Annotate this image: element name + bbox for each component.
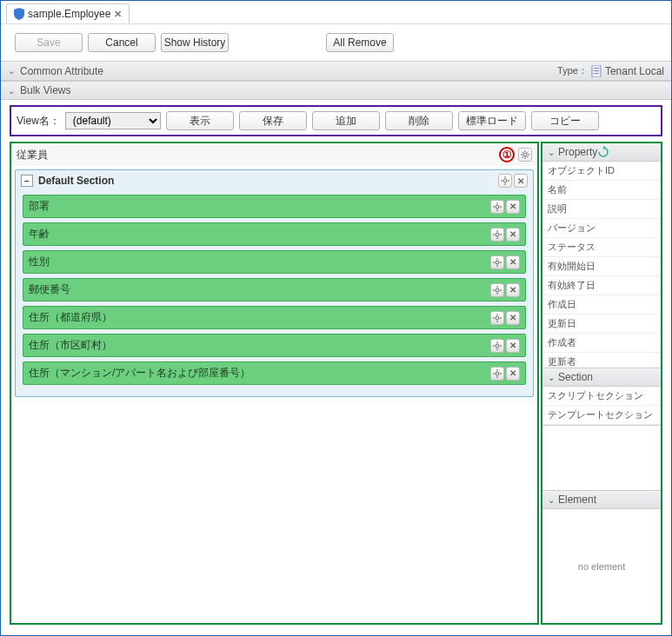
section-item[interactable]: スクリプトセクション xyxy=(542,387,661,406)
canvas: 従業員 ① − Default Section ✕ 部署✕年齢✕性別✕郵便 xyxy=(10,142,539,625)
save-button: Save xyxy=(15,33,83,52)
element-area: no element xyxy=(542,509,661,623)
history-button[interactable]: Show History xyxy=(161,33,229,52)
svg-point-23 xyxy=(496,233,499,236)
property-list[interactable]: オブジェクトID名前説明バージョンステータス有効開始日有効終了日作成日更新日作成… xyxy=(542,162,661,368)
field-settings-button[interactable] xyxy=(490,228,504,242)
property-item[interactable]: 名前 xyxy=(542,181,661,200)
fields-list: 部署✕年齢✕性別✕郵便番号✕住所（都道府県）✕住所（市区町村）✕住所（マンション… xyxy=(16,191,533,396)
section-header: − Default Section ✕ xyxy=(16,170,533,191)
field-label: 住所（市区町村） xyxy=(29,338,112,353)
field-label: 性別 xyxy=(29,255,50,269)
property-item[interactable]: 更新者 xyxy=(542,353,661,368)
cancel-button[interactable]: Cancel xyxy=(88,33,156,52)
field-remove-button[interactable]: ✕ xyxy=(506,228,520,242)
field-settings-button[interactable] xyxy=(490,311,504,325)
field-remove-button[interactable]: ✕ xyxy=(506,200,520,214)
field-label: 郵便番号 xyxy=(29,282,70,297)
section-item[interactable]: テンプレートセクション xyxy=(542,406,661,425)
chevron-down-icon: ⌄ xyxy=(8,86,15,96)
tab-title: sample.Employee xyxy=(28,8,110,20)
field-item[interactable]: 住所（マンション/アパート名および部屋番号）✕ xyxy=(23,361,526,385)
property-item[interactable]: 有効終了日 xyxy=(542,276,661,295)
field-item[interactable]: 性別✕ xyxy=(23,250,526,274)
property-panel-header[interactable]: ⌄ Property xyxy=(542,143,661,162)
gear-icon xyxy=(493,258,502,267)
common-attribute-label: Common Attribute xyxy=(20,65,103,77)
canvas-settings-button[interactable] xyxy=(518,148,532,162)
svg-point-43 xyxy=(496,344,499,348)
gear-icon xyxy=(493,369,502,378)
all-remove-button[interactable]: All Remove xyxy=(326,33,394,52)
canvas-body: − Default Section ✕ 部署✕年齢✕性別✕郵便番号✕住所（都道府… xyxy=(11,166,537,401)
delete-view-button[interactable]: 削除 xyxy=(385,111,453,130)
copy-button[interactable]: コピー xyxy=(531,111,599,130)
gear-icon xyxy=(493,230,502,239)
svg-rect-3 xyxy=(594,73,599,74)
svg-point-48 xyxy=(496,372,499,375)
section-settings-button[interactable] xyxy=(498,174,512,188)
chevron-down-icon: ⌄ xyxy=(548,495,555,505)
field-item[interactable]: 年齢✕ xyxy=(23,222,526,246)
annotation-badge: ① xyxy=(499,147,515,162)
svg-line-11 xyxy=(527,152,529,154)
svg-point-33 xyxy=(496,288,499,292)
field-settings-button[interactable] xyxy=(490,339,504,353)
section-title: Default Section xyxy=(38,175,114,187)
bulk-views-header[interactable]: ⌄ Bulk Views xyxy=(1,81,671,100)
field-item[interactable]: 住所（都道府県）✕ xyxy=(23,306,526,329)
svg-point-13 xyxy=(503,179,507,182)
property-item[interactable]: 作成者 xyxy=(542,334,661,353)
element-panel-header[interactable]: ⌄ Element xyxy=(542,491,661,509)
property-item[interactable]: 有効開始日 xyxy=(542,257,661,276)
field-label: 住所（マンション/アパート名および部屋番号） xyxy=(29,366,250,381)
add-view-button[interactable]: 追加 xyxy=(312,111,380,130)
svg-point-28 xyxy=(496,261,499,264)
field-settings-button[interactable] xyxy=(490,367,504,381)
field-item[interactable]: 郵便番号✕ xyxy=(23,278,526,301)
show-button[interactable]: 表示 xyxy=(166,111,234,130)
property-item[interactable]: オブジェクトID xyxy=(542,162,661,181)
property-item[interactable]: 作成日 xyxy=(542,295,661,315)
property-item[interactable]: ステータス xyxy=(542,238,661,257)
section-remove-button[interactable]: ✕ xyxy=(514,174,528,188)
default-section: − Default Section ✕ 部署✕年齢✕性別✕郵便番号✕住所（都道府… xyxy=(15,169,534,397)
property-item[interactable]: 更新日 xyxy=(542,315,661,334)
gear-icon xyxy=(493,314,502,322)
collapse-button[interactable]: − xyxy=(21,175,33,187)
common-attribute-header[interactable]: ⌄ Common Attribute Type： Tenant Local xyxy=(1,61,671,81)
gear-icon xyxy=(493,286,502,295)
close-icon[interactable]: ✕ xyxy=(114,9,122,20)
field-item[interactable]: 住所（市区町村）✕ xyxy=(23,334,526,357)
property-item[interactable]: 説明 xyxy=(542,200,661,219)
refresh-icon[interactable] xyxy=(597,146,609,158)
std-load-button[interactable]: 標準ロード xyxy=(458,111,526,130)
field-label: 住所（都道府県） xyxy=(29,310,112,325)
field-remove-button[interactable]: ✕ xyxy=(506,255,520,269)
svg-line-9 xyxy=(522,152,524,154)
section-panel-header[interactable]: ⌄ Section xyxy=(542,368,661,387)
field-settings-button[interactable] xyxy=(490,255,504,269)
app-window: sample.Employee ✕ Save Cancel Show Histo… xyxy=(0,0,672,636)
type-value: Tenant Local xyxy=(605,65,664,77)
gear-icon xyxy=(493,202,502,211)
svg-rect-1 xyxy=(594,68,599,69)
tab-sample-employee[interactable]: sample.Employee ✕ xyxy=(6,3,130,23)
canvas-title: 従業員 xyxy=(17,148,48,162)
view-select[interactable]: (default) xyxy=(65,112,161,129)
field-settings-button[interactable] xyxy=(490,283,504,297)
field-remove-button[interactable]: ✕ xyxy=(506,367,520,381)
main-toolbar: Save Cancel Show History All Remove xyxy=(1,23,671,61)
field-label: 年齢 xyxy=(29,227,50,242)
save-view-button[interactable]: 保存 xyxy=(239,111,307,130)
field-remove-button[interactable]: ✕ xyxy=(506,311,520,325)
property-item[interactable]: バージョン xyxy=(542,219,661,238)
svg-line-10 xyxy=(527,156,529,158)
field-remove-button[interactable]: ✕ xyxy=(506,283,520,297)
type-label: Type： xyxy=(557,64,588,77)
svg-point-18 xyxy=(496,205,499,209)
main-area: 従業員 ① − Default Section ✕ 部署✕年齢✕性別✕郵便 xyxy=(10,142,662,625)
field-remove-button[interactable]: ✕ xyxy=(506,339,520,353)
field-item[interactable]: 部署✕ xyxy=(23,195,526,218)
field-settings-button[interactable] xyxy=(490,200,504,214)
